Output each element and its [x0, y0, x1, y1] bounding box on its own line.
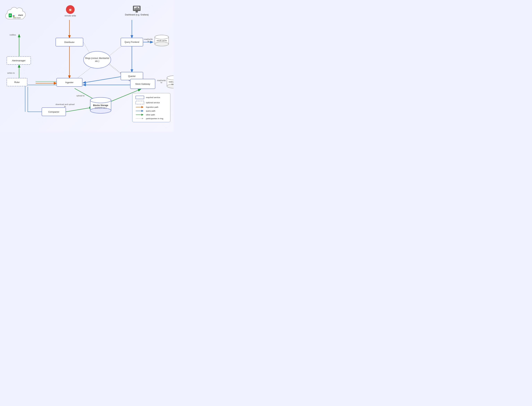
svg-point-13 [149, 14, 150, 15]
svg-rect-59 [64, 67, 67, 70]
svg-point-7 [149, 7, 150, 8]
legend-query: query path [135, 110, 167, 112]
svg-line-54 [45, 121, 47, 123]
legend-dashed-box [135, 101, 144, 104]
svg-rect-90 [14, 15, 15, 16]
svg-line-27 [16, 66, 18, 68]
result-cache-node: result cache [154, 35, 170, 47]
svg-line-44 [38, 118, 40, 120]
svg-point-10 [149, 11, 150, 12]
svg-line-50 [38, 121, 40, 123]
svg-rect-57 [57, 67, 60, 70]
svg-line-46 [42, 118, 43, 120]
svg-rect-89 [13, 15, 14, 16]
query-frontend-node: Query Frontend [120, 38, 143, 46]
legend-gray-dashed-line [135, 117, 144, 120]
svg-marker-1 [154, 10, 161, 19]
svg-rect-58 [60, 67, 63, 70]
svg-line-34 [20, 69, 22, 71]
svg-text:slack: slack [18, 14, 23, 16]
svg-line-28 [20, 66, 22, 68]
legend-required: required service [135, 96, 167, 99]
ingester-node: Ingester [56, 78, 82, 87]
svg-rect-102 [136, 11, 138, 12]
svg-text:index/chunk: index/chunk [169, 81, 173, 83]
svg-line-70 [108, 45, 123, 57]
svg-line-38 [16, 73, 18, 74]
store-gateway-node: Store Gateway [130, 79, 155, 89]
ruler-node: Ruler [7, 78, 27, 86]
svg-rect-101 [138, 8, 139, 10]
svg-line-35 [20, 69, 22, 71]
svg-line-80 [66, 108, 92, 112]
legend-orange-line [135, 106, 144, 108]
svg-rect-99 [136, 7, 137, 10]
read-write-index-label: read/writeto [157, 79, 166, 84]
svg-line-69 [108, 62, 121, 74]
svg-text:(S3/GCS etc.): (S3/GCS etc.) [95, 107, 106, 109]
legend-solid-box [135, 96, 144, 99]
svg-line-33 [16, 69, 18, 71]
svg-text:cache: cache [171, 83, 173, 85]
svg-line-49 [45, 118, 47, 120]
svg-line-52 [42, 121, 43, 123]
svg-point-106 [155, 42, 169, 46]
distributor-node: Distributor [56, 38, 83, 46]
svg-line-43 [23, 73, 25, 74]
svg-rect-63 [64, 71, 67, 74]
rings-node: Rings (consul, Memberlist etc.) [83, 51, 111, 68]
writes-to-label: writes to [7, 72, 15, 74]
slack-cloud-node: P slack and more [4, 5, 28, 24]
index-chunk-cache-node: index/chunk cache [166, 75, 173, 89]
legend-ring: participantes in ring [135, 117, 167, 120]
svg-line-48 [45, 118, 47, 120]
svg-text:and more: and more [13, 17, 21, 19]
svg-line-26 [16, 66, 18, 68]
dashboard-icon: Dashboard (e.g. Grafana) [125, 5, 149, 16]
svg-rect-62 [60, 71, 63, 74]
alertmanager-node: Alertmanager [7, 56, 31, 65]
remote-write-icon: remote write [65, 5, 76, 17]
svg-text:P: P [9, 14, 11, 17]
svg-line-55 [45, 121, 47, 123]
svg-marker-103 [135, 11, 138, 13]
svg-rect-60 [53, 71, 56, 74]
svg-line-75 [83, 76, 123, 83]
svg-text:result cache: result cache [157, 39, 167, 42]
read-write-result-label: read/writeto [144, 38, 153, 42]
compactor-node: Compactor [42, 108, 66, 116]
svg-text:Blocks Storage: Blocks Storage [93, 104, 108, 107]
svg-line-39 [16, 73, 18, 74]
legend-ingestion: ingestion path [135, 106, 167, 108]
svg-line-36 [23, 69, 25, 71]
legend-blue-line [135, 110, 144, 112]
legend: required service optional service ingest… [132, 93, 170, 122]
svg-marker-2 [160, 3, 167, 12]
svg-line-31 [23, 66, 25, 68]
upload-to-label: upload to [76, 94, 84, 97]
svg-rect-56 [53, 67, 56, 70]
download-upload-label: download and uploadto [56, 103, 75, 108]
svg-line-47 [42, 118, 43, 120]
blocks-storage-node: Blocks Storage (S3/GCS etc.) [89, 97, 113, 114]
svg-line-51 [38, 121, 40, 123]
svg-line-53 [42, 121, 43, 123]
svg-line-29 [20, 66, 22, 68]
svg-rect-100 [137, 7, 138, 10]
svg-line-32 [16, 69, 18, 71]
legend-other: other path [135, 114, 167, 116]
diagram-container: P slack and more notifies Alertmanager w… [0, 0, 173, 132]
svg-rect-98 [135, 8, 135, 10]
legend-green-line [135, 114, 144, 116]
svg-line-45 [38, 118, 40, 120]
svg-line-37 [23, 69, 25, 71]
svg-line-40 [20, 73, 22, 74]
svg-point-107 [155, 35, 169, 39]
svg-line-42 [23, 73, 25, 74]
legend-optional: optional service [135, 101, 167, 104]
svg-line-41 [20, 73, 22, 74]
svg-point-118 [90, 97, 111, 103]
notifies-label: notifies [9, 34, 16, 36]
svg-rect-61 [57, 71, 60, 74]
svg-line-30 [23, 66, 25, 68]
